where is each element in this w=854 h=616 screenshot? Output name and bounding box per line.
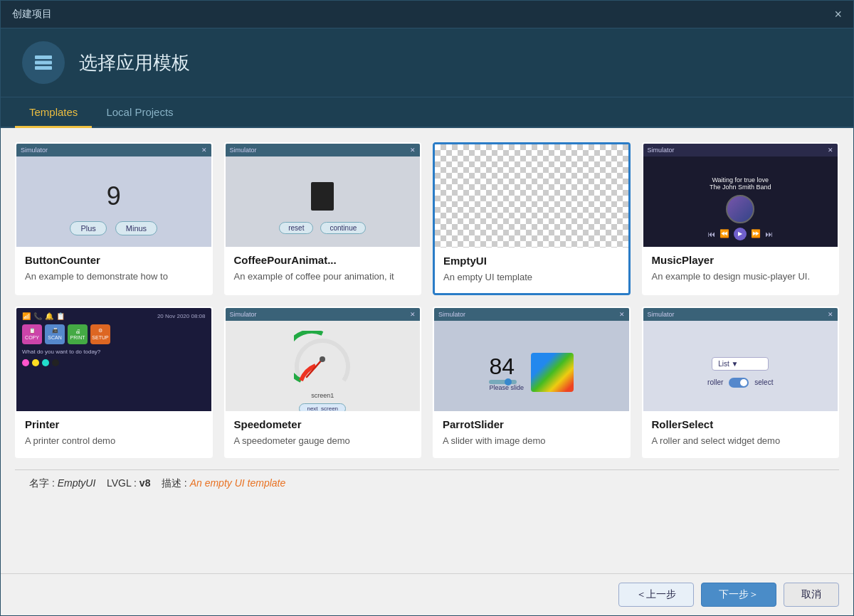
header-icon-container (22, 41, 65, 84)
mp-title: Waiting for true loveThe John Smith Band (710, 176, 771, 191)
close-button[interactable]: × (834, 8, 842, 21)
svg-rect-1 (35, 61, 52, 65)
template-name-speedometer: Speedometer (234, 418, 412, 430)
thumbnail-parrot-slider: Simulator ✕ 84 (434, 308, 629, 411)
template-card-parrot-slider[interactable]: Simulator ✕ 84 (433, 307, 631, 458)
template-card-roller-select[interactable]: Simulator ✕ List ▼ roller select (642, 307, 840, 458)
thumbnail-speedometer: Simulator ✕ s (226, 308, 421, 411)
template-desc-printer: A printer control demo (25, 435, 203, 448)
template-info-button-counter: ButtonCounter An example to demonstrate … (16, 247, 211, 292)
svg-rect-2 (35, 66, 52, 70)
status-desc: An empty UI template (190, 477, 286, 489)
rs-dropdown: List ▼ (712, 357, 769, 371)
thumbnail-music-player: Simulator ✕ Waiting for true loveThe Joh… (643, 144, 838, 247)
tabs-bar: Templates Local Projects (1, 97, 853, 128)
next-button[interactable]: 下一步＞ (701, 583, 776, 607)
sp-next-btn: next_screen (299, 403, 346, 411)
header: 选择应用模板 (1, 28, 853, 97)
template-card-button-counter[interactable]: Simulator ✕ 9 Plus Minus ButtonCounter A… (15, 142, 213, 295)
template-info-coffee-pour: CoffeePourAnimat... An example of coffee… (226, 247, 421, 292)
template-name-parrot-slider: ParrotSlider (443, 418, 621, 430)
status-prefix-lvgl: LVGL : (107, 477, 137, 489)
mp-controls: ⏮ ⏪ ▶ ⏩ ⏭ (707, 228, 773, 240)
cpa-cup (311, 182, 334, 211)
template-desc-roller-select: A roller and select widget demo (652, 435, 830, 448)
tab-templates[interactable]: Templates (15, 97, 92, 127)
content-area: Simulator ✕ 9 Plus Minus ButtonCounter A… (1, 128, 853, 573)
status-bar: 名字 : EmptyUI LVGL : v8 描述 : An empty UI … (15, 469, 839, 497)
template-desc-parrot-slider: A slider with image demo (443, 435, 621, 448)
prev-button[interactable]: ＜上一步 (618, 583, 694, 607)
status-name: EmptyUI (58, 477, 96, 489)
template-name-coffee-pour: CoffeePourAnimat... (234, 254, 412, 266)
mp-album (726, 195, 754, 223)
template-card-printer[interactable]: 📶 📞 🔔 📋 20 Nov 2020 08:08 📋 COPY (15, 307, 213, 458)
status-prefix-desc: 描述 : (162, 477, 187, 489)
templates-grid: Simulator ✕ 9 Plus Minus ButtonCounter A… (15, 142, 839, 458)
template-name-music-player: MusicPlayer (652, 254, 830, 266)
dialog-title: 创建项目 (12, 8, 52, 21)
status-lvgl: v8 (139, 477, 151, 489)
svg-rect-0 (35, 55, 52, 59)
template-desc-empty-ui: An empty UI template (443, 271, 620, 285)
header-title: 选择应用模板 (79, 51, 190, 75)
empty-checkerboard (435, 144, 628, 248)
status-prefix-name: 名字 : (29, 477, 55, 489)
sp-gauge (294, 331, 351, 388)
rs-select-label: select (754, 378, 773, 386)
template-card-music-player[interactable]: Simulator ✕ Waiting for true loveThe Joh… (642, 142, 840, 295)
cpa-reset: reset (279, 222, 313, 234)
template-name-printer: Printer (25, 418, 203, 430)
template-name-roller-select: RollerSelect (652, 418, 830, 430)
footer: ＜上一步 下一步＞ 取消 (1, 573, 853, 615)
bc-plus: Plus (70, 221, 106, 235)
template-info-roller-select: RollerSelect A roller and select widget … (643, 411, 838, 457)
svg-point-4 (320, 356, 325, 362)
template-desc-speedometer: A speedometer gauge demo (234, 435, 412, 448)
cancel-button[interactable]: 取消 (784, 583, 839, 607)
template-info-music-player: MusicPlayer An example to design music-p… (643, 247, 838, 292)
thumbnail-coffee-pour: Simulator ✕ reset continue (226, 144, 421, 247)
template-info-speedometer: Speedometer A speedometer gauge demo (226, 411, 421, 457)
sp-label: screen1 (311, 392, 334, 399)
template-desc-button-counter: An example to demonstrate how to (25, 270, 203, 284)
template-name-empty-ui: EmptyUI (443, 255, 620, 267)
template-card-speedometer[interactable]: Simulator ✕ s (224, 307, 422, 458)
rs-roller-label: roller (707, 378, 723, 386)
bc-minus: Minus (115, 221, 157, 235)
template-info-printer: Printer A printer control demo (16, 411, 211, 457)
create-project-dialog: 创建项目 × 选择应用模板 Templates Local Projects S… (0, 0, 854, 616)
template-card-coffee-pour[interactable]: Simulator ✕ reset continue CoffeePourAni… (224, 142, 422, 295)
thumbnail-empty-ui (435, 144, 628, 248)
bc-number: 9 (107, 181, 121, 211)
template-info-parrot-slider: ParrotSlider A slider with image demo (434, 411, 629, 457)
template-card-empty-ui[interactable]: EmptyUI An empty UI template (433, 142, 631, 295)
template-info-empty-ui: EmptyUI An empty UI template (435, 248, 628, 293)
pa-parrot-image (531, 353, 574, 392)
thumbnail-button-counter: Simulator ✕ 9 Plus Minus (16, 144, 211, 247)
template-name-button-counter: ButtonCounter (25, 254, 203, 266)
template-desc-music-player: An example to design music-player UI. (652, 270, 830, 284)
tab-local-projects[interactable]: Local Projects (92, 97, 187, 127)
cpa-continue: continue (320, 222, 366, 234)
layers-icon (32, 51, 55, 74)
template-desc-coffee-pour: An example of coffee pour animation, it (234, 270, 412, 284)
thumbnail-roller-select: Simulator ✕ List ▼ roller select (643, 308, 838, 411)
thumbnail-printer: 📶 📞 🔔 📋 20 Nov 2020 08:08 📋 COPY (16, 308, 211, 411)
title-bar: 创建项目 × (1, 1, 853, 28)
